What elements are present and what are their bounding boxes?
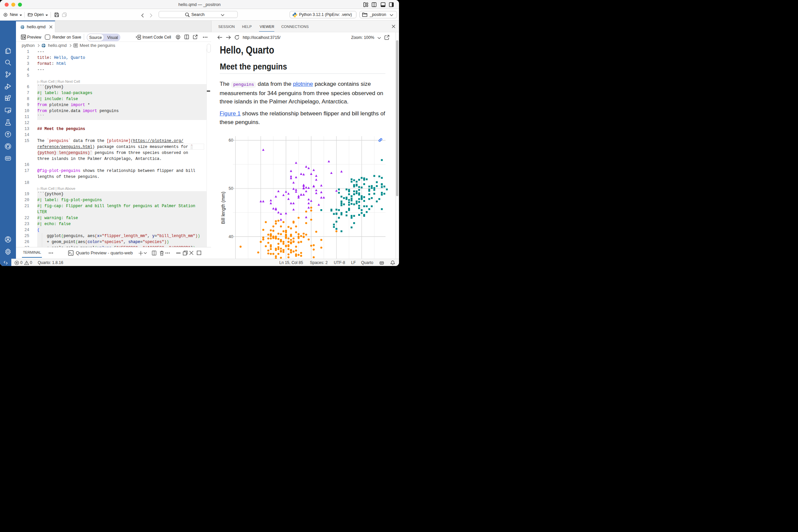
svg-text:40: 40 bbox=[229, 234, 233, 239]
svg-text:50: 50 bbox=[229, 186, 233, 191]
svg-text:Bill length (mm): Bill length (mm) bbox=[221, 191, 226, 224]
svg-text:60: 60 bbox=[229, 138, 233, 142]
